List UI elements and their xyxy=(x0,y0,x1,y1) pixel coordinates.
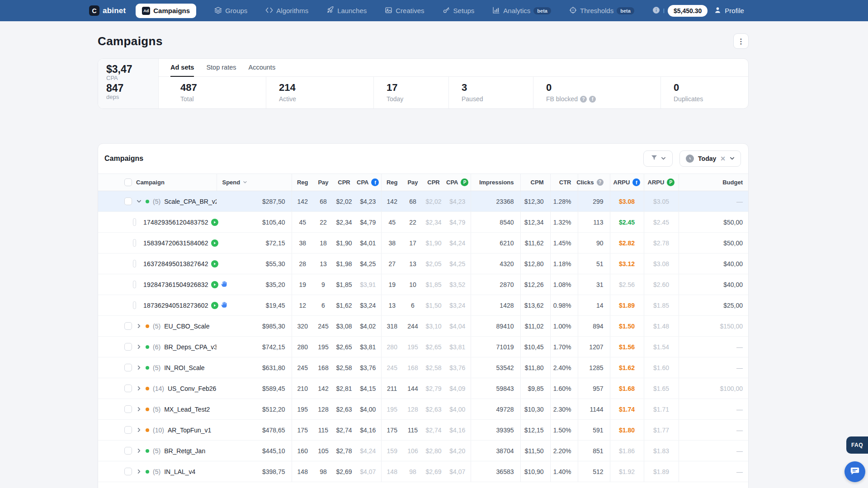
tab-accounts[interactable]: Accounts xyxy=(248,59,275,77)
expand-chevron-icon[interactable] xyxy=(136,427,142,433)
cell-budget: — xyxy=(679,441,749,461)
cell-arpu_fb: $1.89 xyxy=(610,295,644,316)
nav-item-algorithms[interactable]: Algorithms xyxy=(265,6,308,15)
nav-item-thresholds[interactable]: Thresholdsbeta xyxy=(569,6,634,15)
nav-item-analytics[interactable]: Analyticsbeta xyxy=(492,6,551,15)
balance-pill[interactable]: $5,450.30 xyxy=(668,5,708,17)
campaign-name[interactable]: US_Conv_Feb26 xyxy=(168,385,216,392)
expand-chevron-icon[interactable] xyxy=(136,385,142,391)
tab-stop-rates[interactable]: Stop rates xyxy=(206,59,236,77)
play-icon[interactable] xyxy=(211,281,218,288)
cell-cpm: $12,80 xyxy=(520,253,550,274)
campaign-name[interactable]: Scale_CPA_BR_v2 xyxy=(164,198,217,205)
help-icon[interactable]: ? xyxy=(580,96,587,103)
nav-item-groups[interactable]: Groups xyxy=(214,6,247,15)
adset-id[interactable]: 158394720631584062 xyxy=(143,239,208,247)
nav-item-creatives[interactable]: Creatives xyxy=(385,6,424,15)
column-header-pay_fb[interactable]: Pay xyxy=(313,179,333,186)
hand-icon[interactable] xyxy=(221,281,228,289)
tab-ad-sets[interactable]: Ad sets xyxy=(170,59,194,77)
status-dot-orange xyxy=(146,387,149,390)
row-checkbox[interactable] xyxy=(124,343,132,351)
row-checkbox[interactable] xyxy=(124,447,132,455)
person-icon xyxy=(714,6,722,15)
cell-arpu_p: $3.05 xyxy=(644,191,679,212)
campaign-name[interactable]: MX_Lead_Test2 xyxy=(164,406,210,413)
chat-button[interactable] xyxy=(844,461,865,482)
column-header-ctr[interactable]: CTR xyxy=(551,179,578,186)
column-header-cpa_fb[interactable]: CPAf xyxy=(355,178,381,186)
column-header-campaign[interactable]: Campaign xyxy=(136,179,217,186)
column-header-cpr_fb[interactable]: CPR xyxy=(333,179,355,186)
row-checkbox[interactable] xyxy=(124,364,132,371)
play-icon[interactable] xyxy=(211,219,218,226)
campaign-name[interactable]: IN_ROI_Scale xyxy=(164,364,204,371)
expand-chevron-icon[interactable] xyxy=(136,406,142,412)
play-icon[interactable] xyxy=(211,302,218,309)
cell-arpu_p: $1.48 xyxy=(644,316,679,337)
row-checkbox[interactable] xyxy=(124,426,132,434)
adset-id[interactable]: 192847361504926832 xyxy=(143,281,208,288)
column-header-reg_fb[interactable]: Reg xyxy=(292,179,314,186)
campaign-name[interactable]: AR_TopFun_v1 xyxy=(168,427,212,434)
row-checkbox[interactable] xyxy=(124,468,132,475)
app-logo[interactable]: C abinet xyxy=(89,5,126,16)
cell-arpu_p: $2.45 xyxy=(644,212,679,233)
campaign-row: (6)BR_Deps_CPA_v3$742,15280195$2,65$3,81… xyxy=(98,337,749,357)
page-actions-button[interactable]: ⋮ xyxy=(733,33,749,49)
column-header-clicks[interactable]: Clicks? xyxy=(578,179,610,186)
date-filter-pill[interactable]: Today ✕ xyxy=(679,150,741,167)
adset-id[interactable]: 187362940518273602 xyxy=(143,302,208,309)
sort-icon[interactable] xyxy=(243,179,247,186)
expand-chevron-icon[interactable] xyxy=(136,469,142,474)
row-checkbox[interactable] xyxy=(124,197,132,205)
filter-button[interactable] xyxy=(643,150,673,167)
row-checkbox[interactable] xyxy=(133,301,136,309)
clear-date-filter-icon[interactable]: ✕ xyxy=(720,155,726,162)
row-checkbox[interactable] xyxy=(124,322,132,330)
chevron-down-icon[interactable] xyxy=(730,155,735,163)
cell-reg_fb: 280 xyxy=(292,337,313,357)
expand-chevron-icon[interactable] xyxy=(136,448,142,454)
campaign-name[interactable]: BR_Retgt_Jan xyxy=(164,447,205,455)
cell-spend: $287,50 xyxy=(217,191,292,212)
row-checkbox[interactable] xyxy=(133,281,136,288)
faq-button[interactable]: FAQ xyxy=(846,436,868,454)
adset-id[interactable]: 163728495013827642 xyxy=(143,260,208,267)
row-checkbox[interactable] xyxy=(124,405,132,413)
column-header-cpa_p[interactable]: CPAP xyxy=(444,178,471,186)
nav-item-setups[interactable]: Setups xyxy=(443,6,475,15)
profile-menu[interactable]: Profile xyxy=(714,6,744,15)
column-header-budget[interactable]: Budget xyxy=(679,179,749,186)
adset-id[interactable]: 174829356120483752 xyxy=(143,219,208,226)
column-header-cpm[interactable]: CPM xyxy=(521,179,550,186)
info-icon xyxy=(652,6,660,15)
play-icon[interactable] xyxy=(211,239,218,247)
column-header-arpu_p[interactable]: ARPUP xyxy=(644,178,679,186)
expand-chevron-icon[interactable] xyxy=(136,365,142,371)
column-header-pay_p[interactable]: Pay xyxy=(403,179,423,186)
row-checkbox[interactable] xyxy=(133,239,136,247)
column-header-spend[interactable]: Spend xyxy=(217,179,292,186)
hand-icon[interactable] xyxy=(221,301,228,310)
cell-budget: $40,00 xyxy=(679,253,749,274)
campaign-name[interactable]: IN_LAL_v4 xyxy=(164,468,195,475)
row-checkbox[interactable] xyxy=(133,260,136,267)
column-header-arpu_fb[interactable]: ARPUf xyxy=(610,178,644,186)
nav-item-launches[interactable]: Launches xyxy=(326,6,367,15)
expand-chevron-icon[interactable] xyxy=(136,323,142,329)
campaign-name[interactable]: BR_Deps_CPA_v3 xyxy=(164,343,217,351)
select-all-checkbox[interactable] xyxy=(124,178,132,186)
expand-chevron-icon[interactable] xyxy=(136,198,142,204)
cell-pay_p: 115 xyxy=(403,420,423,441)
campaign-name[interactable]: EU_CBO_Scale xyxy=(164,323,209,330)
row-checkbox[interactable] xyxy=(133,218,136,226)
column-header-cpr_p[interactable]: CPR xyxy=(423,179,444,186)
expand-chevron-icon[interactable] xyxy=(136,344,142,350)
row-checkbox[interactable] xyxy=(124,385,132,392)
help-icon[interactable]: ? xyxy=(597,179,604,186)
play-icon[interactable] xyxy=(211,260,218,267)
column-header-impressions[interactable]: Impressions xyxy=(471,179,520,186)
nav-item-campaigns[interactable]: AdCampaigns xyxy=(136,4,196,18)
column-header-reg_p[interactable]: Reg xyxy=(382,179,403,186)
